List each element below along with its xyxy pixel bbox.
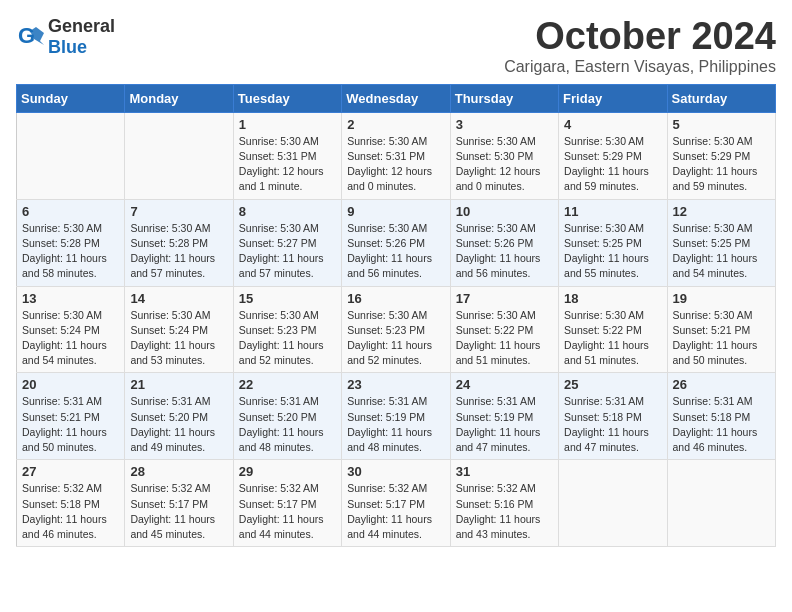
calendar-day-cell: 27Sunrise: 5:32 AM Sunset: 5:18 PM Dayli… <box>17 460 125 547</box>
day-info: Sunrise: 5:30 AM Sunset: 5:29 PM Dayligh… <box>673 134 770 195</box>
day-info: Sunrise: 5:30 AM Sunset: 5:31 PM Dayligh… <box>239 134 336 195</box>
logo-general: General <box>48 16 115 36</box>
calendar-day-cell: 13Sunrise: 5:30 AM Sunset: 5:24 PM Dayli… <box>17 286 125 373</box>
calendar-day-cell: 22Sunrise: 5:31 AM Sunset: 5:20 PM Dayli… <box>233 373 341 460</box>
day-info: Sunrise: 5:32 AM Sunset: 5:17 PM Dayligh… <box>347 481 444 542</box>
day-info: Sunrise: 5:30 AM Sunset: 5:31 PM Dayligh… <box>347 134 444 195</box>
day-info: Sunrise: 5:30 AM Sunset: 5:22 PM Dayligh… <box>456 308 553 369</box>
day-info: Sunrise: 5:30 AM Sunset: 5:21 PM Dayligh… <box>673 308 770 369</box>
calendar-day-cell: 30Sunrise: 5:32 AM Sunset: 5:17 PM Dayli… <box>342 460 450 547</box>
day-info: Sunrise: 5:32 AM Sunset: 5:18 PM Dayligh… <box>22 481 119 542</box>
calendar-day-cell: 2Sunrise: 5:30 AM Sunset: 5:31 PM Daylig… <box>342 112 450 199</box>
calendar-week-row: 1Sunrise: 5:30 AM Sunset: 5:31 PM Daylig… <box>17 112 776 199</box>
calendar-week-row: 13Sunrise: 5:30 AM Sunset: 5:24 PM Dayli… <box>17 286 776 373</box>
day-number: 5 <box>673 117 770 132</box>
calendar-day-cell <box>667 460 775 547</box>
calendar-day-cell <box>17 112 125 199</box>
calendar-day-cell: 18Sunrise: 5:30 AM Sunset: 5:22 PM Dayli… <box>559 286 667 373</box>
calendar-day-cell: 6Sunrise: 5:30 AM Sunset: 5:28 PM Daylig… <box>17 199 125 286</box>
day-info: Sunrise: 5:32 AM Sunset: 5:16 PM Dayligh… <box>456 481 553 542</box>
weekday-header-cell: Saturday <box>667 84 775 112</box>
weekday-header-cell: Thursday <box>450 84 558 112</box>
day-info: Sunrise: 5:31 AM Sunset: 5:18 PM Dayligh… <box>564 394 661 455</box>
day-number: 2 <box>347 117 444 132</box>
location-title: Carigara, Eastern Visayas, Philippines <box>504 58 776 76</box>
day-info: Sunrise: 5:31 AM Sunset: 5:18 PM Dayligh… <box>673 394 770 455</box>
day-info: Sunrise: 5:30 AM Sunset: 5:23 PM Dayligh… <box>239 308 336 369</box>
calendar-week-row: 6Sunrise: 5:30 AM Sunset: 5:28 PM Daylig… <box>17 199 776 286</box>
day-info: Sunrise: 5:31 AM Sunset: 5:20 PM Dayligh… <box>239 394 336 455</box>
calendar-day-cell: 25Sunrise: 5:31 AM Sunset: 5:18 PM Dayli… <box>559 373 667 460</box>
day-number: 6 <box>22 204 119 219</box>
day-number: 19 <box>673 291 770 306</box>
calendar-day-cell: 29Sunrise: 5:32 AM Sunset: 5:17 PM Dayli… <box>233 460 341 547</box>
day-number: 29 <box>239 464 336 479</box>
calendar-day-cell: 11Sunrise: 5:30 AM Sunset: 5:25 PM Dayli… <box>559 199 667 286</box>
day-number: 8 <box>239 204 336 219</box>
calendar-day-cell <box>125 112 233 199</box>
day-info: Sunrise: 5:30 AM Sunset: 5:28 PM Dayligh… <box>22 221 119 282</box>
day-number: 18 <box>564 291 661 306</box>
calendar-day-cell: 16Sunrise: 5:30 AM Sunset: 5:23 PM Dayli… <box>342 286 450 373</box>
calendar-day-cell: 1Sunrise: 5:30 AM Sunset: 5:31 PM Daylig… <box>233 112 341 199</box>
calendar-day-cell: 3Sunrise: 5:30 AM Sunset: 5:30 PM Daylig… <box>450 112 558 199</box>
weekday-header-cell: Friday <box>559 84 667 112</box>
calendar-day-cell: 21Sunrise: 5:31 AM Sunset: 5:20 PM Dayli… <box>125 373 233 460</box>
day-number: 12 <box>673 204 770 219</box>
calendar-day-cell: 31Sunrise: 5:32 AM Sunset: 5:16 PM Dayli… <box>450 460 558 547</box>
calendar-week-row: 27Sunrise: 5:32 AM Sunset: 5:18 PM Dayli… <box>17 460 776 547</box>
day-number: 11 <box>564 204 661 219</box>
calendar-day-cell: 5Sunrise: 5:30 AM Sunset: 5:29 PM Daylig… <box>667 112 775 199</box>
day-info: Sunrise: 5:31 AM Sunset: 5:19 PM Dayligh… <box>456 394 553 455</box>
day-number: 28 <box>130 464 227 479</box>
calendar-day-cell: 14Sunrise: 5:30 AM Sunset: 5:24 PM Dayli… <box>125 286 233 373</box>
calendar-body: 1Sunrise: 5:30 AM Sunset: 5:31 PM Daylig… <box>17 112 776 546</box>
day-info: Sunrise: 5:30 AM Sunset: 5:29 PM Dayligh… <box>564 134 661 195</box>
day-number: 31 <box>456 464 553 479</box>
calendar-day-cell: 12Sunrise: 5:30 AM Sunset: 5:25 PM Dayli… <box>667 199 775 286</box>
day-info: Sunrise: 5:30 AM Sunset: 5:27 PM Dayligh… <box>239 221 336 282</box>
day-number: 15 <box>239 291 336 306</box>
calendar-day-cell: 23Sunrise: 5:31 AM Sunset: 5:19 PM Dayli… <box>342 373 450 460</box>
day-number: 21 <box>130 377 227 392</box>
weekday-header-cell: Tuesday <box>233 84 341 112</box>
weekday-header-cell: Monday <box>125 84 233 112</box>
calendar-day-cell: 15Sunrise: 5:30 AM Sunset: 5:23 PM Dayli… <box>233 286 341 373</box>
calendar-day-cell: 24Sunrise: 5:31 AM Sunset: 5:19 PM Dayli… <box>450 373 558 460</box>
calendar-week-row: 20Sunrise: 5:31 AM Sunset: 5:21 PM Dayli… <box>17 373 776 460</box>
calendar-day-cell: 19Sunrise: 5:30 AM Sunset: 5:21 PM Dayli… <box>667 286 775 373</box>
calendar-day-cell: 20Sunrise: 5:31 AM Sunset: 5:21 PM Dayli… <box>17 373 125 460</box>
day-number: 1 <box>239 117 336 132</box>
day-info: Sunrise: 5:30 AM Sunset: 5:26 PM Dayligh… <box>347 221 444 282</box>
day-number: 16 <box>347 291 444 306</box>
weekday-header-cell: Sunday <box>17 84 125 112</box>
day-info: Sunrise: 5:31 AM Sunset: 5:19 PM Dayligh… <box>347 394 444 455</box>
day-info: Sunrise: 5:30 AM Sunset: 5:25 PM Dayligh… <box>564 221 661 282</box>
day-number: 4 <box>564 117 661 132</box>
day-info: Sunrise: 5:32 AM Sunset: 5:17 PM Dayligh… <box>239 481 336 542</box>
day-number: 9 <box>347 204 444 219</box>
day-number: 23 <box>347 377 444 392</box>
calendar-day-cell: 4Sunrise: 5:30 AM Sunset: 5:29 PM Daylig… <box>559 112 667 199</box>
day-number: 3 <box>456 117 553 132</box>
day-number: 22 <box>239 377 336 392</box>
day-number: 10 <box>456 204 553 219</box>
calendar-day-cell: 7Sunrise: 5:30 AM Sunset: 5:28 PM Daylig… <box>125 199 233 286</box>
day-info: Sunrise: 5:31 AM Sunset: 5:20 PM Dayligh… <box>130 394 227 455</box>
title-area: October 2024 Carigara, Eastern Visayas, … <box>504 16 776 76</box>
day-info: Sunrise: 5:30 AM Sunset: 5:26 PM Dayligh… <box>456 221 553 282</box>
logo-blue: Blue <box>48 37 87 57</box>
calendar-day-cell: 10Sunrise: 5:30 AM Sunset: 5:26 PM Dayli… <box>450 199 558 286</box>
day-number: 30 <box>347 464 444 479</box>
day-number: 7 <box>130 204 227 219</box>
day-number: 14 <box>130 291 227 306</box>
calendar-day-cell <box>559 460 667 547</box>
calendar-day-cell: 17Sunrise: 5:30 AM Sunset: 5:22 PM Dayli… <box>450 286 558 373</box>
calendar-day-cell: 26Sunrise: 5:31 AM Sunset: 5:18 PM Dayli… <box>667 373 775 460</box>
calendar-day-cell: 8Sunrise: 5:30 AM Sunset: 5:27 PM Daylig… <box>233 199 341 286</box>
day-info: Sunrise: 5:30 AM Sunset: 5:24 PM Dayligh… <box>130 308 227 369</box>
day-info: Sunrise: 5:30 AM Sunset: 5:25 PM Dayligh… <box>673 221 770 282</box>
page-header: G General Blue October 2024 Carigara, Ea… <box>16 16 776 76</box>
calendar-table: SundayMondayTuesdayWednesdayThursdayFrid… <box>16 84 776 547</box>
day-info: Sunrise: 5:32 AM Sunset: 5:17 PM Dayligh… <box>130 481 227 542</box>
